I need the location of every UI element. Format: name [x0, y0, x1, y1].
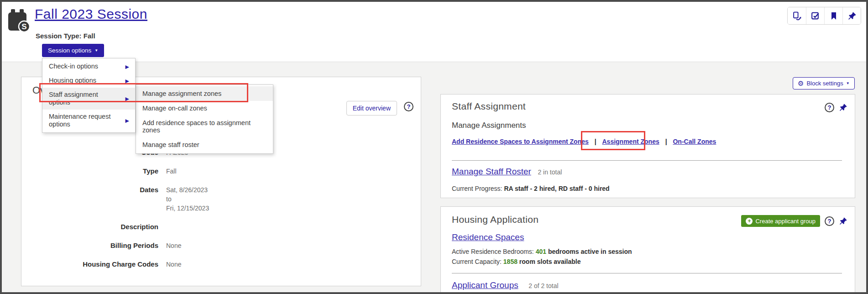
session-options-label: Session options: [48, 47, 91, 54]
active-bedrooms-label: Active Residence Bedrooms:: [452, 248, 534, 255]
field-row-type: Type Fall: [32, 167, 410, 176]
field-row-description: Description: [32, 222, 410, 231]
roster-total: 2 in total: [538, 168, 562, 176]
active-bedrooms-row: Active Residence Bedrooms: 401 bedrooms …: [452, 248, 632, 255]
header-toolbar: [787, 7, 861, 25]
housing-application-help-icon[interactable]: ?: [825, 216, 834, 226]
field-row-billing-periods: Billing Periods None: [32, 241, 410, 250]
session-options-menu: Check-in options ▶ Housing options ▶ Sta…: [42, 58, 136, 133]
submenu-arrow-icon: ▶: [125, 77, 129, 84]
manage-assignments-heading: Manage Assignments: [452, 121, 526, 130]
date-end: Fri, 12/15/2023: [166, 204, 209, 213]
capacity-suffix: room slots available: [518, 258, 581, 265]
pin-icon[interactable]: [839, 217, 847, 226]
submenu-arrow-icon: ▶: [125, 117, 129, 125]
field-value: None: [166, 260, 181, 269]
roster-row: Manage Staff Roster 2 in total: [452, 167, 562, 177]
capacity-value: 1858: [503, 258, 518, 265]
plus-circle-icon: +: [746, 218, 753, 225]
manage-staff-roster-link[interactable]: Manage Staff Roster: [452, 167, 531, 176]
current-capacity-row: Current Capacity: 1858 room slots availa…: [452, 258, 580, 265]
field-value: Sat, 8/26/2023 to Fri, 12/15/2023: [166, 185, 209, 213]
menu-item-housing-options[interactable]: Housing options ▶: [42, 74, 135, 88]
block-settings-button[interactable]: ⚙ Block settings ▼: [793, 77, 855, 89]
assignment-zones-link[interactable]: Assignment Zones: [602, 138, 659, 145]
pin-icon[interactable]: [842, 7, 861, 24]
link-separator: |: [665, 138, 667, 145]
link-separator: |: [595, 138, 596, 145]
active-bedrooms-suffix: bedrooms active in session: [546, 248, 632, 255]
submenu-item-add-residence-spaces[interactable]: Add residence spaces to assignment zones: [136, 116, 273, 137]
create-applicant-group-button[interactable]: + Create applicant group: [741, 215, 820, 227]
overview-help-icon[interactable]: ?: [404, 102, 413, 111]
session-calendar-icon: S: [7, 8, 31, 33]
on-call-zones-link[interactable]: On-Call Zones: [673, 138, 716, 145]
overview-fields: Code FA2023 Type Fall Dates Sat, 8/26/20…: [32, 148, 410, 278]
field-value: Fall: [166, 167, 177, 176]
staff-assignment-submenu: Manage assignment zones Manage on-call z…: [136, 84, 273, 154]
edit-overview-button[interactable]: Edit overview: [346, 101, 397, 116]
gear-icon: ⚙: [798, 80, 804, 87]
create-applicant-group-label: Create applicant group: [755, 218, 816, 225]
svg-text:S: S: [21, 22, 26, 31]
date-to: to: [166, 194, 209, 204]
add-residence-spaces-link[interactable]: Add Residence Spaces to Assignment Zones: [452, 138, 589, 145]
staff-assignment-card: Staff Assignment ? Manage Assignments Ad…: [440, 94, 855, 198]
progress-label: Current Progress:: [452, 185, 502, 192]
staff-assignment-title: Staff Assignment: [452, 101, 526, 112]
field-row-housing-charge-codes: Housing Charge Codes None: [32, 260, 410, 269]
submenu-item-manage-assignment-zones[interactable]: Manage assignment zones: [136, 86, 273, 101]
block-settings-label: Block settings: [806, 80, 843, 87]
menu-item-label: Housing options: [49, 77, 96, 84]
tasks-check-icon[interactable]: [806, 7, 824, 24]
field-label: Housing Charge Codes: [32, 260, 158, 269]
menu-item-label: Check-in options: [49, 63, 98, 70]
menu-item-maintenance-request-options[interactable]: Maintenance request options ▶: [42, 110, 135, 131]
chevron-down-icon: ▼: [846, 82, 850, 85]
housing-application-title: Housing Application: [452, 214, 539, 225]
field-label: Type: [32, 167, 158, 176]
applicant-groups-row: Applicant Groups 2 of 2 total: [452, 280, 559, 290]
field-label: Description: [32, 222, 158, 231]
sync-session-icon[interactable]: [788, 7, 806, 24]
submenu-arrow-icon: ▶: [125, 95, 129, 103]
applicant-groups-link[interactable]: Applicant Groups: [452, 280, 518, 290]
session-type-label: Session Type: Fall: [36, 32, 95, 40]
menu-item-label: Staff assignment options: [49, 91, 98, 106]
pin-icon[interactable]: [839, 103, 847, 112]
submenu-item-manage-staff-roster[interactable]: Manage staff roster: [136, 137, 273, 152]
housing-application-header-icons: + Create applicant group ?: [741, 215, 847, 227]
capacity-label: Current Capacity:: [452, 258, 502, 265]
submenu-item-manage-on-call-zones[interactable]: Manage on-call zones: [136, 101, 273, 116]
app-window: S Fall 2023 Session Session Type: Fall S…: [0, 0, 868, 294]
chevron-down-icon: ▼: [94, 49, 98, 52]
submenu-arrow-icon: ▶: [125, 63, 129, 70]
staff-assignment-header-icons: ?: [825, 103, 847, 112]
divider: [452, 273, 842, 273]
staff-assignment-help-icon[interactable]: ?: [825, 103, 834, 112]
applicant-groups-total: 2 of 2 total: [528, 282, 558, 289]
bookmark-icon[interactable]: [824, 7, 842, 24]
date-start: Sat, 8/26/2023: [166, 185, 209, 194]
field-value: None: [166, 241, 181, 250]
active-bedrooms-value: 401: [536, 248, 546, 255]
menu-item-check-in-options[interactable]: Check-in options ▶: [42, 59, 135, 74]
session-options-button[interactable]: Session options ▼: [42, 44, 104, 57]
current-progress: Current Progress: RA staff - 2 hired, RD…: [452, 185, 610, 192]
housing-application-card: Housing Application + Create applicant g…: [440, 206, 855, 294]
residence-spaces-link[interactable]: Residence Spaces: [452, 232, 524, 242]
field-label: Dates: [32, 185, 158, 213]
divider: [452, 160, 842, 161]
menu-item-staff-assignment-options[interactable]: Staff assignment options ▶: [42, 88, 135, 110]
page-title-link[interactable]: Fall 2023 Session: [35, 6, 147, 22]
staff-assignment-links: Add Residence Spaces to Assignment Zones…: [452, 138, 716, 145]
field-label: Billing Periods: [32, 241, 158, 250]
progress-value: RA staff - 2 hired, RD staff - 0 hired: [504, 185, 609, 192]
field-row-dates: Dates Sat, 8/26/2023 to Fri, 12/15/2023: [32, 185, 410, 213]
menu-item-label: Maintenance request options: [49, 113, 110, 128]
